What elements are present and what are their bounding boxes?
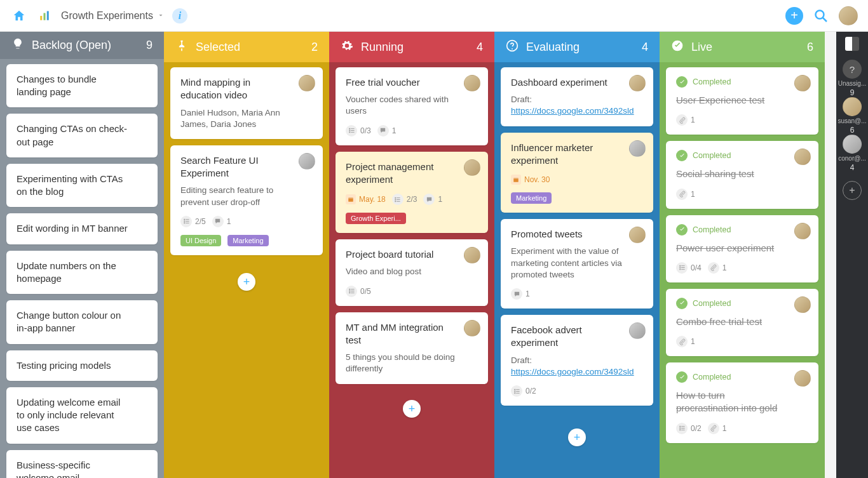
svg-rect-44 [681, 266, 685, 267]
card-avatar[interactable] [299, 75, 315, 91]
card-avatar[interactable] [299, 153, 315, 169]
svg-rect-19 [395, 197, 397, 199]
board-name-dropdown[interactable]: Growth Experiments [61, 10, 165, 22]
card-avatar[interactable] [794, 296, 811, 313]
cards-list: Mind mapping in education videoDaniel Hu… [164, 62, 329, 287]
column-header[interactable]: Live6 [660, 32, 825, 62]
card-avatar[interactable] [794, 370, 811, 387]
card[interactable]: Search Feature UI ExperimentEditing sear… [170, 145, 323, 255]
card-title: Updating welcome email to only include r… [17, 396, 147, 435]
card-subtitle: 5 things you should be doing differently [346, 352, 478, 375]
sidebar-item[interactable]: conor@...4 [837, 135, 866, 172]
card-avatar[interactable] [629, 75, 646, 91]
card[interactable]: CompletedPower user experiment0/41 [666, 215, 818, 282]
card-avatar[interactable] [794, 149, 811, 165]
card[interactable]: Project board tutorialVideo and blog pos… [336, 239, 488, 305]
card[interactable]: CompletedCombo free trial test1 [666, 289, 818, 356]
card-attachments: 1 [676, 189, 695, 200]
svg-rect-34 [514, 388, 515, 390]
card[interactable]: Business-specific welcome email [6, 450, 158, 479]
card[interactable]: CompletedSocial sharing test1 [666, 141, 818, 208]
card[interactable]: Testing pricing models [6, 350, 158, 381]
card[interactable]: Edit wording in MT banner [6, 213, 158, 244]
add-card-button[interactable]: + [238, 273, 255, 291]
pin-icon [175, 39, 188, 55]
search-icon[interactable] [812, 7, 830, 25]
column-count: 4 [477, 41, 483, 54]
info-icon[interactable]: i [172, 8, 187, 23]
card-meta: 0/31 [346, 125, 478, 136]
card[interactable]: Facebook advert experimentDraft: https:/… [501, 315, 653, 406]
card-avatar[interactable] [629, 140, 646, 157]
card[interactable]: CompletedHow to turn procrastination int… [666, 362, 818, 443]
card-link[interactable]: https://docs.google.com/3492sld [511, 106, 634, 116]
card[interactable]: Free trial voucherVoucher codes shared w… [336, 67, 488, 145]
card-tag[interactable]: Marketing [227, 235, 268, 246]
card-link[interactable]: https://docs.google.com/3492sld [511, 367, 634, 376]
chart-icon[interactable] [36, 7, 53, 25]
completed-badge: Completed [676, 371, 808, 383]
card-tag[interactable]: UI Design [180, 235, 221, 246]
unassigned-icon: ? [843, 60, 862, 79]
card-title: Changing CTAs on check-out page [17, 123, 147, 149]
add-button[interactable]: + [785, 7, 803, 25]
card-title: Change button colour on in-app banner [17, 309, 147, 335]
card[interactable]: Experimenting with CTAs on the blog [6, 164, 158, 208]
panel-toggle[interactable] [845, 37, 859, 51]
cards-list: CompletedUser Experience test1CompletedS… [660, 62, 825, 475]
card-subtitle: Experiment with the value of marketing c… [511, 246, 643, 281]
card-avatar[interactable] [794, 223, 811, 239]
sidebar-item[interactable]: ?Unassig...9 [837, 60, 866, 97]
card[interactable]: Updating welcome email to only include r… [6, 387, 158, 444]
column-header[interactable]: Backlog (Open)9 [0, 32, 164, 59]
card-comments: 1 [423, 194, 442, 205]
card[interactable]: Changing CTAs on check-out page [6, 114, 158, 157]
card[interactable]: Project management experimentMay. 182/31… [336, 152, 488, 234]
card[interactable]: Influencer marketer experimentNov. 30Mar… [501, 133, 653, 213]
svg-rect-37 [516, 389, 520, 390]
card[interactable]: Mind mapping in education videoDaniel Hu… [170, 67, 323, 139]
svg-rect-28 [351, 289, 355, 289]
card-avatar[interactable] [464, 320, 480, 336]
card[interactable]: Dashboard experimentDraft: https://docs.… [501, 67, 653, 126]
card-meta: 0/5 [346, 286, 478, 297]
sidebar-add-button[interactable]: + [843, 181, 862, 200]
column-header[interactable]: Running4 [329, 32, 494, 62]
add-card-button[interactable]: + [568, 428, 586, 446]
svg-rect-43 [679, 269, 681, 270]
column-title: Evaluating [526, 41, 580, 54]
card-avatar[interactable] [794, 75, 811, 91]
column-header[interactable]: Evaluating4 [494, 32, 660, 62]
svg-rect-51 [681, 428, 685, 428]
svg-rect-48 [679, 428, 681, 429]
card[interactable]: CompletedUser Experience test1 [666, 67, 818, 135]
check-icon [676, 371, 688, 383]
add-card-button[interactable]: + [403, 400, 421, 418]
svg-rect-52 [681, 430, 685, 430]
card-avatar[interactable] [464, 247, 480, 263]
card-title: Mind mapping in education video [180, 76, 313, 102]
card-tag[interactable]: Growth Experi... [346, 213, 406, 224]
card[interactable]: Update numbers on the homepage [6, 251, 158, 295]
gear-icon [341, 39, 353, 55]
card[interactable]: MT and MM integration test5 things you s… [336, 312, 488, 384]
svg-point-3 [816, 10, 824, 18]
card-meta: 1 [676, 336, 808, 347]
card-avatar[interactable] [629, 322, 646, 339]
card-avatar[interactable] [629, 227, 646, 243]
card[interactable]: Promoted tweetsExperiment with the value… [501, 219, 653, 309]
card-meta: 0/41 [676, 262, 808, 274]
card-tag[interactable]: Marketing [511, 192, 552, 204]
card-subtitle: Draft: https://docs.google.com/3492sld [511, 355, 643, 378]
svg-rect-29 [351, 291, 355, 291]
sidebar-item[interactable]: susan@...6 [837, 97, 866, 135]
card-avatar[interactable] [464, 75, 480, 91]
svg-rect-41 [679, 265, 681, 267]
card[interactable]: Changes to bundle landing page [6, 64, 158, 108]
card[interactable]: Change button colour on in-app banner [6, 300, 158, 344]
user-avatar[interactable] [839, 6, 858, 25]
column-header[interactable]: Selected2 [164, 32, 329, 62]
home-icon[interactable] [10, 7, 28, 25]
card-avatar[interactable] [464, 159, 480, 176]
card-meta: 1 [676, 114, 808, 126]
